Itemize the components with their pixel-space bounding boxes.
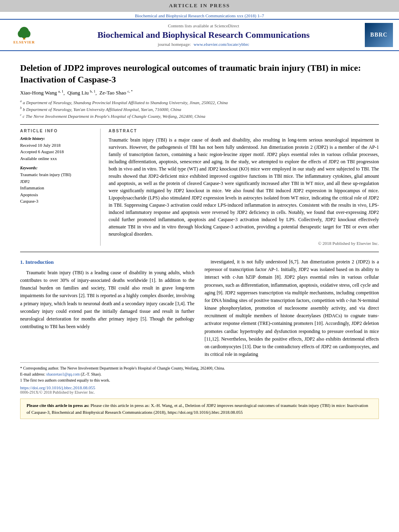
header-left: ELSEVIER: [4, 23, 44, 47]
journal-ref-line: Biochemical and Biophysical Research Com…: [0, 12, 399, 20]
svg-point-3: [25, 30, 31, 37]
article-info-column: ARTICLE INFO Article history: Received 1…: [20, 129, 101, 246]
issn-line: 0006-291X/© 2018 Published by Elsevier I…: [20, 390, 379, 394]
email-label: E-mail address:: [20, 372, 45, 376]
article-info-abstract-section: ARTICLE INFO Article history: Received 1…: [20, 124, 379, 246]
footnote-email: E-mail address: shaozetao1@qq.com (Z.-T.…: [20, 371, 379, 377]
footnote-equal: 1 The first two authors contributed equa…: [20, 377, 379, 383]
keyword-4: Apoptosis: [20, 191, 94, 198]
copyright-line: © 2018 Published by Elsevier Inc.: [109, 241, 379, 246]
body-right-column: investigated, it is not fully understood…: [205, 258, 379, 358]
author-1: Xiao-Hong Wang: [20, 90, 57, 96]
abstract-column: ABSTRACT Traumatic brain injury (TBI) is…: [109, 129, 379, 246]
article-keywords: Keywords: Traumatic brain injury (TBI) J…: [20, 166, 94, 205]
citation-please-cite: Please cite this article in press as:: [27, 403, 89, 408]
email-link[interactable]: shaozetao1@qq.com: [46, 372, 80, 376]
article-info-heading: ARTICLE INFO: [20, 129, 94, 133]
intro-heading: 1. Introduction: [20, 258, 195, 267]
elsevier-logo: ELSEVIER: [8, 25, 40, 45]
author-2-sup: b, 1: [90, 89, 96, 93]
header-center: Contents lists available at ScienceDirec…: [44, 23, 363, 47]
history-accepted: Accepted 6 August 2018: [20, 148, 94, 155]
journal-header: ELSEVIER Contents lists available at Sci…: [0, 20, 399, 51]
history-available: Available online xxx: [20, 155, 94, 162]
elsevier-tree-icon: [14, 26, 34, 40]
abstract-heading: ABSTRACT: [109, 129, 379, 133]
footnotes-area: * Corresponding author. The Nerve Involv…: [20, 362, 379, 383]
keywords-title: Keywords:: [20, 166, 94, 170]
affiliations: a a Department of Neurology, Shandong Pr…: [20, 99, 379, 119]
intro-right-text: investigated, it is not fully understood…: [205, 258, 379, 358]
email-name: (Z.-T. Shao).: [81, 372, 101, 376]
svg-point-2: [18, 30, 23, 37]
section-divider: [20, 252, 379, 252]
article-title: Deletion of JDP2 improves neurological o…: [20, 62, 379, 85]
affiliation-a: a a Department of Neurology, Shandong Pr…: [20, 99, 379, 106]
author-3-sup: c, *: [128, 89, 133, 93]
homepage-url[interactable]: www.elsevier.com/locate/ybbrc: [193, 42, 249, 47]
journal-title: Biochemical and Biophysical Research Com…: [97, 30, 310, 40]
article-in-press-banner: ARTICLE IN PRESS: [0, 0, 399, 12]
homepage-label: journal homepage:: [158, 42, 191, 47]
authors-line: Xiao-Hong Wang a, 1, Qiang Liu b, 1, Ze-…: [20, 89, 379, 96]
body-left-column: 1. Introduction Traumatic brain injury (…: [20, 258, 195, 358]
abstract-text: Traumatic brain injury (TBI) is a major …: [109, 136, 379, 238]
keyword-2: JDP2: [20, 178, 94, 185]
header-right: BBRC: [363, 23, 395, 47]
homepage-line: journal homepage: www.elsevier.com/locat…: [158, 42, 249, 47]
affiliation-c: c c The Nerve Involvement Department in …: [20, 113, 379, 119]
intro-left-text: Traumatic brain injury (TBI) is a leadin…: [20, 269, 195, 331]
doi-line[interactable]: https://doi.org/10.1016/j.bbrc.2018.08.0…: [20, 385, 379, 390]
sciencedirect-label: Contents lists available at ScienceDirec…: [168, 23, 239, 28]
body-section: 1. Introduction Traumatic brain injury (…: [20, 258, 379, 358]
footnote-corresponding: * Corresponding author. The Nerve Involv…: [20, 365, 379, 371]
article-history: Article history: Received 10 July 2018 A…: [20, 136, 94, 162]
keyword-5: Caspase-3: [20, 198, 94, 205]
history-title: Article history:: [20, 136, 94, 141]
author-2: Qiang Liu: [68, 90, 89, 96]
author-3: Ze-Tao Shao: [99, 90, 126, 96]
bbrc-logo: BBRC: [365, 23, 393, 47]
citation-footer: Please cite this article in press as: Pl…: [20, 398, 379, 419]
keyword-1: Traumatic brain injury (TBI): [20, 171, 94, 178]
history-received: Received 10 July 2018: [20, 142, 94, 149]
elsevier-label: ELSEVIER: [13, 40, 35, 44]
author-1-sup: a, 1: [58, 89, 64, 93]
affiliation-b: b b Department of Neurology, Yan'an Univ…: [20, 106, 379, 113]
sciencedirect-line: Contents lists available at ScienceDirec…: [168, 23, 239, 28]
keyword-3: Inflammation: [20, 185, 94, 191]
main-content: Deletion of JDP2 improves neurological o…: [0, 51, 399, 423]
